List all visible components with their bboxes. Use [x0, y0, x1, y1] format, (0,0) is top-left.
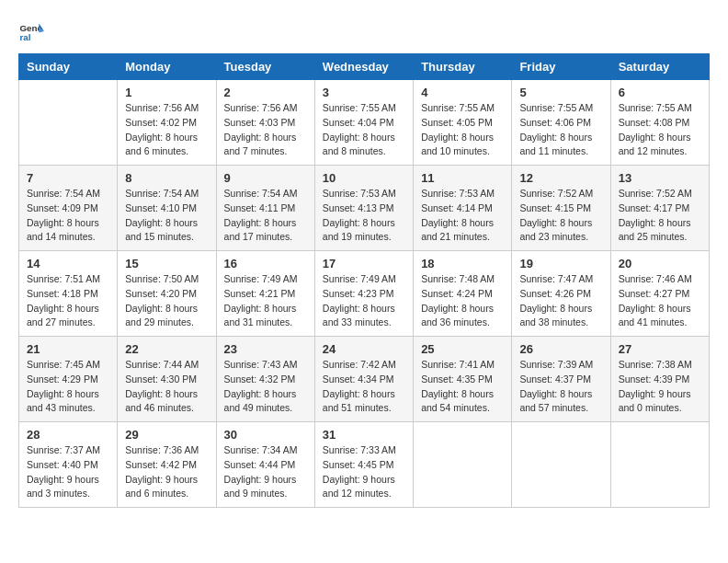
day-number: 25 [421, 342, 504, 356]
calendar-week-4: 21 Sunrise: 7:45 AM Sunset: 4:29 PM Dayl… [19, 337, 710, 422]
day-info: Sunrise: 7:55 AM Sunset: 4:08 PM Dayligh… [619, 101, 701, 159]
calendar-cell: 28 Sunrise: 7:37 AM Sunset: 4:40 PM Dayl… [19, 422, 118, 508]
day-number: 11 [421, 171, 504, 185]
daylight-label: Daylight: 8 hours and 15 minutes. [125, 217, 198, 243]
sunset-label: Sunset: 4:37 PM [519, 373, 591, 385]
sunrise-label: Sunrise: 7:54 AM [125, 188, 199, 199]
sunset-label: Sunset: 4:11 PM [224, 202, 296, 213]
calendar-table: SundayMondayTuesdayWednesdayThursdayFrid… [18, 53, 710, 508]
day-info: Sunrise: 7:42 AM Sunset: 4:34 PM Dayligh… [323, 358, 405, 416]
calendar-cell: 16 Sunrise: 7:49 AM Sunset: 4:21 PM Dayl… [216, 251, 314, 337]
calendar-week-2: 7 Sunrise: 7:54 AM Sunset: 4:09 PM Dayli… [19, 166, 710, 251]
sunset-label: Sunset: 4:06 PM [519, 117, 591, 128]
calendar-cell: 29 Sunrise: 7:36 AM Sunset: 4:42 PM Dayl… [118, 422, 216, 508]
day-number: 21 [27, 342, 109, 356]
daylight-label: Daylight: 8 hours and 14 minutes. [27, 217, 99, 243]
calendar-cell: 23 Sunrise: 7:43 AM Sunset: 4:32 PM Dayl… [216, 337, 314, 422]
calendar-cell [414, 422, 512, 508]
sunrise-label: Sunrise: 7:54 AM [27, 188, 100, 199]
daylight-label: Daylight: 8 hours and 49 minutes. [224, 388, 297, 414]
calendar-cell: 12 Sunrise: 7:52 AM Sunset: 4:15 PM Dayl… [512, 166, 610, 251]
day-info: Sunrise: 7:43 AM Sunset: 4:32 PM Dayligh… [224, 358, 307, 416]
day-info: Sunrise: 7:50 AM Sunset: 4:20 PM Dayligh… [125, 272, 208, 330]
sunset-label: Sunset: 4:08 PM [619, 117, 690, 128]
sunset-label: Sunset: 4:30 PM [125, 373, 197, 385]
sunrise-label: Sunrise: 7:39 AM [519, 359, 593, 370]
calendar-cell: 1 Sunrise: 7:56 AM Sunset: 4:02 PM Dayli… [118, 80, 216, 166]
sunrise-label: Sunrise: 7:45 AM [27, 359, 100, 370]
calendar-cell: 13 Sunrise: 7:52 AM Sunset: 4:17 PM Dayl… [610, 166, 709, 251]
sunrise-label: Sunrise: 7:42 AM [323, 359, 396, 370]
daylight-label: Daylight: 8 hours and 27 minutes. [27, 303, 99, 328]
sunset-label: Sunset: 4:10 PM [125, 202, 197, 213]
day-number: 6 [619, 86, 701, 99]
day-number: 18 [421, 257, 504, 270]
day-info: Sunrise: 7:53 AM Sunset: 4:14 PM Dayligh… [421, 187, 504, 245]
day-info: Sunrise: 7:56 AM Sunset: 4:02 PM Dayligh… [125, 101, 208, 159]
sunrise-label: Sunrise: 7:37 AM [27, 444, 100, 455]
calendar-cell: 27 Sunrise: 7:38 AM Sunset: 4:39 PM Dayl… [610, 337, 709, 422]
day-info: Sunrise: 7:53 AM Sunset: 4:13 PM Dayligh… [323, 187, 405, 245]
weekday-header-tuesday: Tuesday [216, 54, 314, 80]
day-info: Sunrise: 7:48 AM Sunset: 4:24 PM Dayligh… [421, 272, 504, 330]
sunset-label: Sunset: 4:15 PM [519, 202, 591, 213]
page-header: Gene ral [18, 18, 710, 44]
daylight-label: Daylight: 9 hours and 12 minutes. [323, 474, 395, 500]
sunset-label: Sunset: 4:27 PM [619, 288, 690, 299]
sunrise-label: Sunrise: 7:53 AM [421, 188, 495, 199]
weekday-header-sunday: Sunday [19, 54, 118, 80]
sunrise-label: Sunrise: 7:55 AM [421, 102, 495, 113]
calendar-cell: 14 Sunrise: 7:51 AM Sunset: 4:18 PM Dayl… [19, 251, 118, 337]
calendar-cell: 3 Sunrise: 7:55 AM Sunset: 4:04 PM Dayli… [314, 80, 413, 166]
sunset-label: Sunset: 4:35 PM [421, 373, 493, 385]
sunset-label: Sunset: 4:05 PM [421, 117, 493, 128]
logo-icon: Gene ral [18, 18, 44, 44]
daylight-label: Daylight: 8 hours and 25 minutes. [619, 217, 691, 243]
weekday-header-thursday: Thursday [414, 54, 512, 80]
sunset-label: Sunset: 4:03 PM [224, 117, 296, 128]
daylight-label: Daylight: 8 hours and 33 minutes. [323, 303, 395, 328]
calendar-cell [19, 80, 118, 166]
sunrise-label: Sunrise: 7:46 AM [619, 273, 692, 284]
day-number: 22 [125, 342, 208, 356]
sunrise-label: Sunrise: 7:53 AM [323, 188, 396, 199]
day-number: 24 [323, 342, 405, 356]
day-number: 26 [519, 342, 602, 356]
sunrise-label: Sunrise: 7:49 AM [224, 273, 298, 284]
day-info: Sunrise: 7:36 AM Sunset: 4:42 PM Dayligh… [125, 443, 208, 501]
calendar-cell: 20 Sunrise: 7:46 AM Sunset: 4:27 PM Dayl… [610, 251, 709, 337]
sunset-label: Sunset: 4:21 PM [224, 288, 296, 299]
day-info: Sunrise: 7:33 AM Sunset: 4:45 PM Dayligh… [323, 443, 405, 501]
sunrise-label: Sunrise: 7:52 AM [519, 188, 593, 199]
sunset-label: Sunset: 4:09 PM [27, 202, 98, 213]
sunrise-label: Sunrise: 7:47 AM [519, 273, 593, 284]
day-info: Sunrise: 7:41 AM Sunset: 4:35 PM Dayligh… [421, 358, 504, 416]
sunset-label: Sunset: 4:20 PM [125, 288, 197, 299]
day-info: Sunrise: 7:34 AM Sunset: 4:44 PM Dayligh… [224, 443, 307, 501]
day-number: 20 [619, 257, 701, 270]
calendar-cell: 2 Sunrise: 7:56 AM Sunset: 4:03 PM Dayli… [216, 80, 314, 166]
calendar-cell [610, 422, 709, 508]
sunrise-label: Sunrise: 7:33 AM [323, 444, 396, 455]
sunset-label: Sunset: 4:13 PM [323, 202, 394, 213]
sunrise-label: Sunrise: 7:34 AM [224, 444, 298, 455]
day-info: Sunrise: 7:45 AM Sunset: 4:29 PM Dayligh… [27, 358, 109, 416]
weekday-header-monday: Monday [118, 54, 216, 80]
calendar-cell: 17 Sunrise: 7:49 AM Sunset: 4:23 PM Dayl… [314, 251, 413, 337]
calendar-cell: 15 Sunrise: 7:50 AM Sunset: 4:20 PM Dayl… [118, 251, 216, 337]
daylight-label: Daylight: 8 hours and 11 minutes. [519, 132, 592, 157]
day-info: Sunrise: 7:39 AM Sunset: 4:37 PM Dayligh… [519, 358, 602, 416]
daylight-label: Daylight: 8 hours and 23 minutes. [519, 217, 592, 243]
sunrise-label: Sunrise: 7:36 AM [125, 444, 199, 455]
day-number: 19 [519, 257, 602, 270]
day-number: 7 [27, 171, 109, 185]
day-info: Sunrise: 7:54 AM Sunset: 4:11 PM Dayligh… [224, 187, 307, 245]
day-number: 4 [421, 86, 504, 99]
daylight-label: Daylight: 8 hours and 41 minutes. [619, 303, 691, 328]
calendar-cell: 4 Sunrise: 7:55 AM Sunset: 4:05 PM Dayli… [414, 80, 512, 166]
day-number: 13 [619, 171, 701, 185]
day-info: Sunrise: 7:49 AM Sunset: 4:21 PM Dayligh… [224, 272, 307, 330]
sunrise-label: Sunrise: 7:41 AM [421, 359, 495, 370]
calendar-cell: 10 Sunrise: 7:53 AM Sunset: 4:13 PM Dayl… [314, 166, 413, 251]
calendar-cell: 9 Sunrise: 7:54 AM Sunset: 4:11 PM Dayli… [216, 166, 314, 251]
